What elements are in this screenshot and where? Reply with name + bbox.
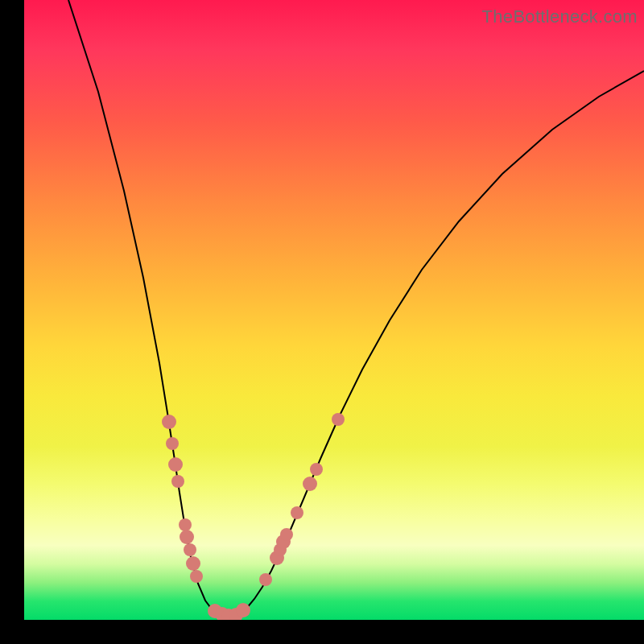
data-marker bbox=[291, 506, 303, 519]
data-marker bbox=[166, 437, 179, 450]
chart-frame: TheBottleneck.com bbox=[24, 0, 644, 620]
data-marker bbox=[332, 413, 345, 426]
data-marker bbox=[310, 463, 323, 476]
data-markers-group bbox=[162, 413, 345, 620]
data-marker bbox=[259, 573, 272, 586]
data-marker bbox=[280, 528, 293, 541]
data-marker bbox=[171, 475, 184, 488]
data-marker bbox=[179, 518, 192, 531]
bottleneck-curve-plot bbox=[24, 0, 644, 620]
data-marker bbox=[162, 415, 176, 429]
data-marker bbox=[303, 477, 317, 491]
performance-curve bbox=[68, 0, 644, 616]
data-marker bbox=[168, 457, 183, 472]
data-marker bbox=[180, 530, 194, 544]
data-marker bbox=[190, 570, 203, 583]
data-marker bbox=[186, 556, 200, 571]
data-marker bbox=[184, 543, 196, 556]
data-marker bbox=[236, 603, 250, 617]
